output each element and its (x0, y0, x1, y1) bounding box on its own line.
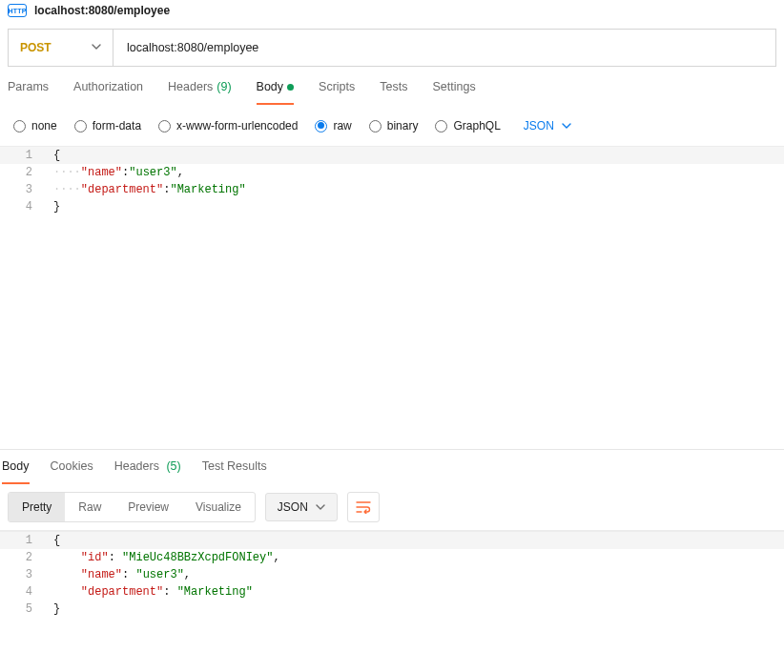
radio-raw-label: raw (333, 119, 351, 132)
response-body-editor[interactable]: 1{2 "id": "MieUc48BBzXcpdFONIey",3 "name… (0, 530, 784, 618)
request-subtabs: Params Authorization Headers (9) Body Sc… (0, 69, 784, 106)
radio-graphql-label: GraphQL (453, 119, 500, 132)
view-raw[interactable]: Raw (65, 493, 114, 521)
line-number: 2 (0, 549, 44, 566)
line-number: 3 (0, 181, 44, 198)
chevron-down-icon (316, 502, 325, 512)
radio-raw[interactable]: raw (315, 119, 351, 132)
line-number: 2 (0, 164, 44, 181)
code-line: 1{ (0, 532, 784, 549)
line-number: 4 (0, 198, 44, 215)
resp-tab-test-results[interactable]: Test Results (202, 459, 267, 484)
resp-tab-headers[interactable]: Headers (5) (114, 459, 181, 484)
url-row: POST localhost:8080/employee (8, 29, 776, 67)
code-content: } (44, 198, 784, 215)
code-line: 4} (0, 198, 784, 215)
code-line: 2 "id": "MieUc48BBzXcpdFONIey", (0, 549, 784, 566)
url-input[interactable]: localhost:8080/employee (113, 30, 775, 66)
tab-tests[interactable]: Tests (380, 80, 407, 105)
body-lang-label: JSON (524, 119, 554, 132)
code-content: "department": "Marketing" (44, 583, 784, 601)
line-number: 4 (0, 583, 44, 601)
view-preview[interactable]: Preview (114, 493, 182, 521)
code-content: { (44, 147, 784, 164)
tab-settings[interactable]: Settings (432, 80, 475, 105)
body-lang-select[interactable]: JSON (524, 119, 571, 132)
request-tab-bar: HTTP localhost:8080/employee (0, 0, 784, 23)
code-line: 4 "department": "Marketing" (0, 583, 784, 601)
radio-form-data-label: form-data (93, 119, 141, 132)
code-line: 5} (0, 601, 784, 618)
radio-xwww-label: x-www-form-urlencoded (176, 119, 298, 132)
radio-binary-label: binary (387, 119, 419, 132)
body-type-row: none form-data x-www-form-urlencoded raw… (0, 106, 784, 146)
wrap-lines-button[interactable] (347, 492, 380, 522)
radio-binary[interactable]: binary (369, 119, 419, 132)
resp-tab-headers-count: (5) (166, 459, 180, 473)
wrap-icon (356, 500, 371, 514)
code-content: "id": "MieUc48BBzXcpdFONIey", (44, 549, 784, 566)
code-content: ····"name":"user3", (44, 164, 784, 181)
tab-params[interactable]: Params (8, 80, 49, 105)
radio-circle-icon (13, 120, 26, 132)
response-lang-select[interactable]: JSON (265, 493, 338, 521)
response-section: Body Cookies Headers (5) Test Results Pr… (0, 449, 784, 618)
request-body-editor[interactable]: 1{2····"name":"user3",3····"department":… (0, 146, 784, 449)
resp-tab-body[interactable]: Body (2, 459, 30, 484)
tab-headers-count: (9) (217, 80, 231, 93)
code-content: { (44, 532, 784, 549)
code-content: ····"department":"Marketing" (44, 181, 784, 198)
code-line: 2····"name":"user3", (0, 164, 784, 181)
response-view-group: Pretty Raw Preview Visualize (8, 492, 256, 522)
resp-tab-headers-label: Headers (114, 459, 159, 473)
view-visualize[interactable]: Visualize (182, 493, 255, 521)
code-content: } (44, 601, 784, 618)
method-label: POST (20, 41, 52, 54)
method-select[interactable]: POST (9, 30, 113, 66)
code-line: 3····"department":"Marketing" (0, 181, 784, 198)
tab-authorization[interactable]: Authorization (73, 80, 143, 105)
response-lang-label: JSON (278, 500, 308, 514)
response-toolbar: Pretty Raw Preview Visualize JSON (0, 484, 784, 530)
resp-tab-cookies[interactable]: Cookies (51, 459, 93, 484)
radio-none[interactable]: none (13, 119, 57, 132)
tab-body-label: Body (257, 80, 284, 93)
radio-circle-icon (74, 120, 87, 132)
code-line: 3 "name": "user3", (0, 566, 784, 583)
radio-circle-icon (158, 120, 171, 132)
chevron-down-icon (92, 41, 101, 54)
line-number: 1 (0, 532, 44, 549)
radio-circle-icon (435, 120, 447, 132)
radio-graphql[interactable]: GraphQL (435, 119, 500, 132)
tab-headers-label: Headers (168, 80, 213, 93)
tab-body[interactable]: Body (257, 80, 295, 105)
chevron-down-icon (562, 121, 571, 131)
line-number: 5 (0, 601, 44, 618)
tab-scripts[interactable]: Scripts (319, 80, 355, 105)
line-number: 1 (0, 147, 44, 164)
radio-none-label: none (31, 119, 57, 132)
code-content: "name": "user3", (44, 566, 784, 583)
radio-xwww[interactable]: x-www-form-urlencoded (158, 119, 298, 132)
tab-headers[interactable]: Headers (9) (168, 80, 232, 105)
radio-circle-icon (369, 120, 382, 132)
modified-dot-icon (287, 84, 294, 91)
radio-form-data[interactable]: form-data (74, 119, 141, 132)
view-pretty[interactable]: Pretty (9, 493, 65, 521)
response-tabs: Body Cookies Headers (5) Test Results (0, 450, 784, 484)
radio-circle-icon (315, 120, 327, 132)
code-line: 1{ (0, 147, 784, 164)
http-method-icon: HTTP (8, 4, 27, 17)
line-number: 3 (0, 566, 44, 583)
request-tab-title[interactable]: localhost:8080/employee (34, 4, 170, 17)
